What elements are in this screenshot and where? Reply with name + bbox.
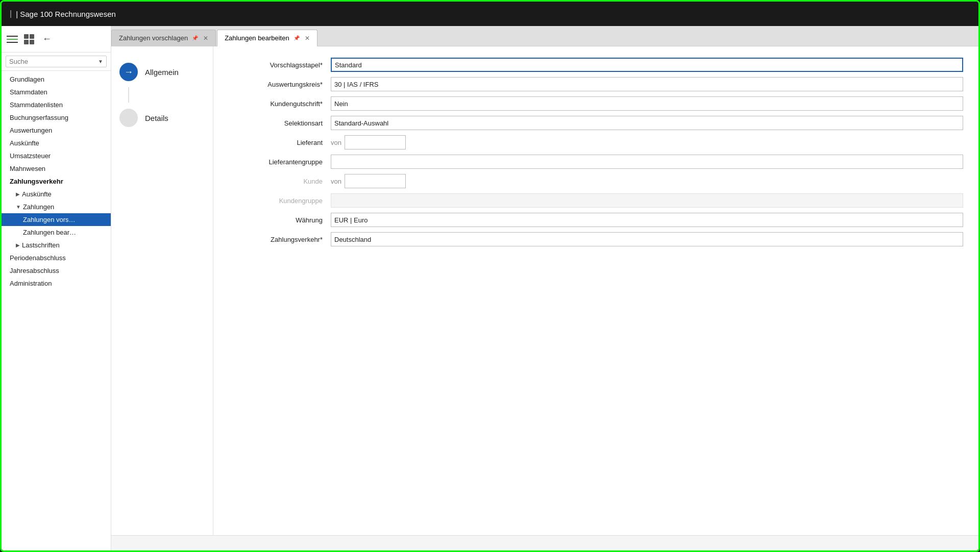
label-kundengutschrift: Kundengutschrift* [229,100,331,108]
input-lieferantengruppe[interactable] [331,155,963,169]
label-selektionsart: Selektionsart [229,119,331,127]
form-row-kundengutschrift: Kundengutschrift* [229,95,963,112]
label-vorschlagsstapel: Vorschlagsstapel* [229,61,331,69]
label-kundengruppe: Kundengruppe [229,197,331,205]
main-panel: → Allgemein Details Vorschlagsstapel* [111,46,978,535]
steps-panel: → Allgemein Details [111,46,213,535]
step-connector [128,87,129,103]
input-vorschlagsstapel[interactable] [331,58,963,72]
form-row-kunde: Kunde von [229,173,963,189]
tab-bearbeiten-pin-icon[interactable]: 📌 [293,35,300,41]
sidebar-item-zv-auskuenfte[interactable]: ▶ Auskünfte [2,188,111,200]
input-kunde [345,174,406,188]
sidebar-toolbar: ← [2,26,111,53]
label-auswertungskreis: Auswertungskreis* [229,81,331,88]
step-allgemein-arrow-icon: → [124,67,133,78]
step-details-circle [119,109,138,127]
app-icon: | [10,9,12,18]
content-area: Zahlungen vorschlagen 📌 ✕ Zahlungen bear… [111,26,978,552]
sidebar-item-grundlagen[interactable]: Grundlagen [2,73,111,86]
search-dropdown-icon[interactable]: ▼ [98,59,103,64]
tab-vorschlagen-pin-icon[interactable]: 📌 [192,35,198,41]
label-lieferantengruppe: Lieferantengruppe [229,158,331,166]
form-row-lieferant: Lieferant von [229,134,963,150]
input-waehrung[interactable] [331,213,963,227]
expand-arrow-icon: ▶ [16,191,20,197]
search-input[interactable] [9,58,98,65]
sidebar-item-zahlungen[interactable]: ▼ Zahlungen [2,200,111,213]
search-wrapper[interactable]: ▼ [6,56,107,67]
input-kundengutschrift[interactable] [331,96,963,111]
step-allgemein-label: Allgemein [145,68,179,77]
label-waehrung: Währung [229,216,331,224]
kunde-von-label: von [331,178,341,185]
step-allgemein-circle: → [119,63,138,81]
grid-icon[interactable] [24,34,34,44]
nav-list: Grundlagen Stammdaten Stammdatenlisten B… [2,71,111,552]
sidebar-item-jahresabschluss[interactable]: Jahresabschluss [2,264,111,277]
sidebar-item-lastschriften[interactable]: ▶ Lastschriften [2,239,111,252]
label-zahlungsverkehr: Zahlungsverkehr* [229,236,331,243]
sidebar-item-mahnwesen[interactable]: Mahnwesen [2,162,111,175]
form-row-auswertungskreis: Auswertungskreis* [229,76,963,92]
form-row-waehrung: Währung [229,212,963,228]
tab-bearbeiten-label: Zahlungen bearbeiten [225,34,289,42]
tab-vorschlagen-label: Zahlungen vorschlagen [119,34,188,42]
sidebar: ← ▼ Grundlagen Stammdaten Stammdatenlist… [2,26,111,552]
sidebar-item-administration[interactable]: Administration [2,277,111,290]
bottom-bar [111,535,978,552]
label-kunde: Kunde [229,178,331,185]
app-title: | Sage 100 Rechnungswesen [16,10,116,18]
step-details-label: Details [145,114,168,122]
tab-vorschlagen-close-icon[interactable]: ✕ [203,35,208,42]
input-selektionsart[interactable] [331,116,963,130]
sidebar-item-zahlungen-bearbeiten[interactable]: Zahlungen bear… [2,226,111,239]
input-kundengruppe [331,193,963,208]
step-allgemein[interactable]: → Allgemein [119,57,205,87]
form-row-selektionsart: Selektionsart [229,115,963,131]
back-arrow-icon[interactable]: ← [42,34,52,44]
form-area: Vorschlagsstapel* Auswertungskreis* Kund… [213,46,978,535]
tab-bar: Zahlungen vorschlagen 📌 ✕ Zahlungen bear… [111,26,978,46]
sidebar-item-stammdaten[interactable]: Stammdaten [2,86,111,98]
hamburger-icon[interactable] [7,36,18,43]
input-zahlungsverkehr[interactable] [331,232,963,246]
tab-zahlungen-vorschlagen[interactable]: Zahlungen vorschlagen 📌 ✕ [111,30,216,46]
title-bar: | | Sage 100 Rechnungswesen [2,2,978,26]
input-auswertungskreis[interactable] [331,77,963,91]
lieferant-von-group: von [331,135,963,149]
tab-zahlungen-bearbeiten[interactable]: Zahlungen bearbeiten 📌 ✕ [217,30,317,46]
tab-bearbeiten-close-icon[interactable]: ✕ [305,35,310,42]
label-lieferant: Lieferant [229,139,331,146]
lieferant-von-label: von [331,139,341,146]
sidebar-item-periodenabschluss[interactable]: Periodenabschluss [2,252,111,264]
form-row-lieferantengruppe: Lieferantengruppe [229,154,963,170]
form-row-kundengruppe: Kundengruppe [229,192,963,209]
sidebar-item-stammdatenlisten[interactable]: Stammdatenlisten [2,98,111,111]
search-container: ▼ [2,53,111,71]
form-row-vorschlagsstapel: Vorschlagsstapel* [229,57,963,73]
sidebar-item-umsatzsteuer[interactable]: Umsatzsteuer [2,149,111,162]
sidebar-item-zahlungen-vorschlagen[interactable]: Zahlungen vors… [2,213,111,226]
sidebar-item-auskuenfte[interactable]: Auskünfte [2,137,111,149]
expand-arrow-lastschriften-icon: ▶ [16,242,20,248]
kunde-von-group: von [331,174,963,188]
input-lieferant[interactable] [345,135,406,149]
sidebar-item-zahlungsverkehr[interactable]: Zahlungsverkehr [2,175,111,188]
collapse-arrow-icon: ▼ [16,204,21,210]
sidebar-item-auswertungen[interactable]: Auswertungen [2,124,111,137]
form-row-zahlungsverkehr: Zahlungsverkehr* [229,231,963,247]
step-details[interactable]: Details [119,103,205,133]
sidebar-item-buchungserfassung[interactable]: Buchungserfassung [2,111,111,124]
